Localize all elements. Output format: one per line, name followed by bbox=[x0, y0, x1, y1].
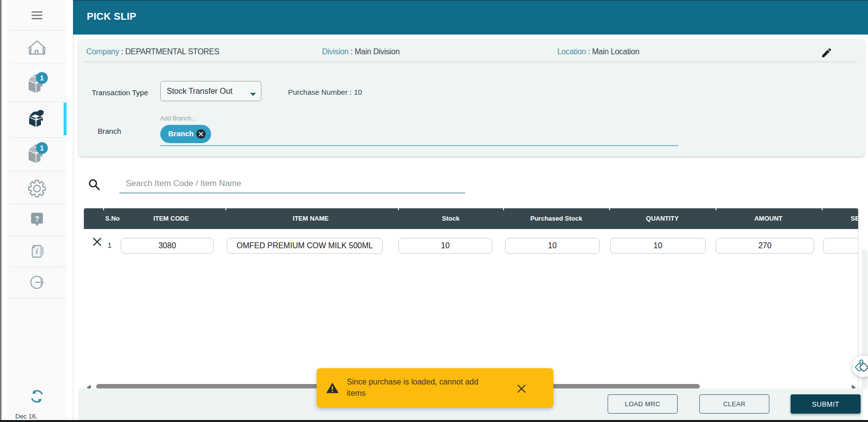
svg-text:?: ? bbox=[35, 214, 39, 223]
svg-text:1: 1 bbox=[40, 144, 44, 152]
svg-text:1: 1 bbox=[40, 74, 44, 82]
